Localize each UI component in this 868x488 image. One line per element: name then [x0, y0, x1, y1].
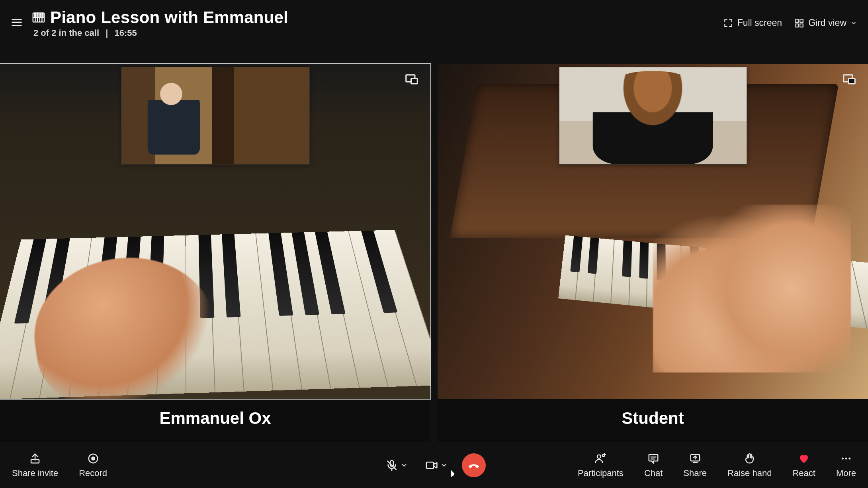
raise-hand-button[interactable]: Raise hand — [727, 452, 772, 478]
call-title: Piano Lesson with Emmanuel — [50, 8, 288, 27]
pip-teacher[interactable] — [121, 67, 309, 165]
svg-rect-13 — [795, 19, 798, 22]
svg-rect-10 — [37, 13, 38, 17]
header: Piano Lesson with Emmanuel 2 of 2 in the… — [0, 0, 868, 46]
fullscreen-icon — [723, 18, 733, 28]
share-invite-icon — [29, 453, 41, 464]
bottom-left-group: Share invite Record — [12, 452, 107, 478]
svg-rect-9 — [35, 13, 36, 17]
video-tile-student[interactable]: Student — [438, 64, 868, 442]
svg-rect-14 — [800, 19, 803, 22]
svg-point-29 — [597, 455, 601, 458]
record-icon — [87, 453, 99, 464]
video-grid: Emmanuel Ox Student — [0, 64, 868, 442]
chevron-down-icon — [401, 462, 408, 469]
mic-control — [382, 459, 411, 472]
react-label: React — [792, 468, 815, 478]
mic-options-button[interactable] — [401, 462, 408, 469]
chat-icon — [647, 453, 659, 464]
piano-icon — [32, 11, 45, 24]
react-button[interactable]: React — [792, 452, 815, 478]
mic-muted-icon — [385, 459, 398, 472]
fullscreen-button[interactable]: Full screen — [723, 18, 782, 28]
chevron-down-icon — [440, 462, 448, 469]
svg-rect-27 — [426, 462, 434, 468]
chat-label: Chat — [644, 468, 663, 478]
svg-point-39 — [848, 457, 850, 459]
mic-toggle-button[interactable] — [385, 459, 398, 472]
call-duration: 16:55 — [114, 28, 137, 38]
participants-status: 2 of 2 in the call — [33, 28, 99, 38]
gridview-label: Gird view — [808, 18, 846, 28]
svg-rect-18 — [411, 78, 417, 84]
title-block: Piano Lesson with Emmanuel 2 of 2 in the… — [32, 8, 288, 38]
menu-button[interactable] — [7, 13, 26, 32]
share-invite-label: Share invite — [12, 468, 58, 478]
fullscreen-label: Full screen — [737, 18, 782, 28]
participant-name: Student — [438, 399, 868, 442]
more-button[interactable]: More — [836, 452, 856, 478]
raise-hand-icon — [744, 453, 756, 464]
svg-point-23 — [91, 457, 95, 461]
svg-marker-28 — [434, 463, 437, 468]
participants-icon — [594, 453, 606, 464]
raise-hand-label: Raise hand — [727, 468, 772, 478]
hangup-button[interactable] — [462, 453, 486, 477]
popout-button[interactable] — [404, 72, 419, 87]
camera-options-button[interactable] — [440, 462, 448, 469]
separator: | — [106, 28, 108, 38]
participants-button[interactable]: Participants — [578, 452, 624, 478]
popout-button[interactable] — [842, 72, 857, 87]
hands — [653, 205, 851, 372]
record-label: Record — [79, 468, 107, 478]
svg-rect-16 — [800, 24, 803, 27]
hangup-icon — [468, 459, 480, 471]
camera-icon — [425, 459, 438, 472]
video-main — [0, 64, 430, 399]
svg-rect-12 — [42, 13, 43, 17]
record-button[interactable]: Record — [79, 452, 107, 478]
gridview-button[interactable]: Gird view — [794, 18, 857, 28]
video-tile-emmanuel[interactable]: Emmanuel Ox — [0, 64, 430, 442]
camera-toggle-button[interactable] — [425, 459, 438, 472]
grid-icon — [794, 18, 804, 28]
call-subtitle: 2 of 2 in the call | 16:55 — [33, 28, 288, 38]
chevron-down-icon — [850, 20, 857, 26]
chat-button[interactable]: Chat — [644, 452, 663, 478]
bottom-bar: Share invite Record — [0, 442, 868, 488]
bottom-center-group — [382, 453, 486, 477]
svg-rect-20 — [848, 78, 855, 84]
share-label: Share — [683, 468, 707, 478]
svg-rect-15 — [795, 24, 798, 27]
participant-name: Emmanuel Ox — [0, 399, 430, 442]
svg-point-37 — [842, 457, 844, 459]
svg-point-38 — [845, 457, 847, 459]
camera-control — [422, 459, 451, 472]
more-label: More — [836, 468, 856, 478]
heart-icon — [798, 453, 810, 464]
video-main — [438, 64, 868, 399]
share-button[interactable]: Share — [683, 452, 707, 478]
bottom-right-group: Participants Chat Share Raise hand React… — [578, 452, 856, 478]
popout-icon — [842, 72, 857, 87]
popout-icon — [404, 72, 419, 87]
participants-label: Participants — [578, 468, 624, 478]
header-actions: Full screen Gird view — [723, 18, 857, 28]
pip-student[interactable] — [559, 67, 747, 165]
svg-rect-11 — [40, 13, 41, 17]
hamburger-icon — [11, 16, 23, 28]
more-icon — [840, 453, 852, 464]
share-invite-button[interactable]: Share invite — [12, 452, 58, 478]
share-screen-icon — [689, 453, 701, 464]
